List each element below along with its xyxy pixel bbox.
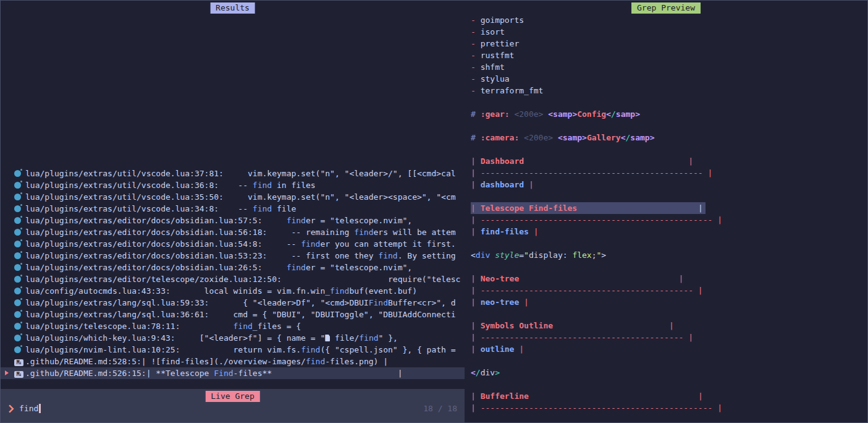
preview-line: | Symbols Outline | [471,320,867,331]
text-segment: div [476,250,495,260]
text-segment: | [669,321,674,330]
text-segment: | [679,274,684,283]
text-segment: # [471,133,481,142]
text-segment: div [481,368,495,377]
selection-caret-icon [5,370,9,375]
result-row[interactable]: lua/plugins/which-key.lua:9:43: ["<leade… [1,332,465,344]
text-segment: :gear: [481,109,515,119]
text-segment: | [529,227,539,236]
text-segment: | [471,321,481,330]
text-segment: - [471,62,481,72]
text-segment: goimports [481,15,524,25]
markdown-file-icon: M↓ [14,359,23,366]
text-segment: | --------------------------------------… [471,215,722,224]
result-row[interactable]: lua/plugins/extras/util/vscode.lua:35:50… [1,191,465,203]
search-input[interactable]: find 18 / 18 [6,403,457,414]
text-segment: Bufferline [481,391,529,401]
result-row[interactable]: lua/plugins/extras/editor/docs/obsidian.… [1,215,465,226]
text-segment: shfmt [481,62,505,72]
lua-file-icon [14,241,21,247]
preview-line: - isort [471,26,867,38]
lua-file-icon [14,170,21,177]
result-row[interactable]: lua/plugins/extras/util/vscode.lua:37:81… [1,168,465,179]
lua-file-icon [14,335,21,341]
text-segment: flex [572,250,591,260]
text-segment: = [519,250,524,260]
text-segment: _files = { [253,322,301,331]
text-segment: find [378,251,397,260]
text-segment: < [606,109,611,119]
preview-line: # :camera: <200e> <samp>Gallery</samp> [471,132,867,143]
text-segment: - [471,74,481,83]
preview-line: | find-files | [471,226,867,237]
result-row[interactable]: lua/config/autocmds.lua:43:33: local win… [1,285,465,297]
text-segment: lua/plugins/extras/lang/sql.lua:36:61: c… [25,310,456,319]
result-row[interactable]: lua/plugins/nvim-lint.lua:10:25: return … [1,344,465,356]
text-segment: # [471,109,481,119]
result-row[interactable]: lua/plugins/extras/editor/docs/obsidian.… [1,250,465,262]
result-row-selected[interactable]: M↓.github/README.md:526:15:| **Telescope… [1,367,465,379]
text-segment: Find [369,298,388,307]
result-row[interactable]: lua/plugins/extras/editor/docs/obsidian.… [1,262,465,273]
text-segment: find [253,204,272,213]
text-segment: Find [214,369,233,378]
text-segment: - [471,15,481,25]
result-row[interactable]: lua/plugins/extras/util/vscode.lua:34:8:… [1,203,465,215]
lua-file-icon [14,276,21,283]
results-list: lua/plugins/extras/util/vscode.lua:37:81… [1,168,465,379]
result-row[interactable]: lua/plugins/extras/util/vscode.lua:36:8:… [1,179,465,191]
text-segment: Neo-tree [481,274,520,283]
result-row[interactable]: M↓.github/README.md:528:5:| ![find-files… [1,356,465,367]
text-segment: file [272,204,296,213]
text-segment: lua/plugins/extras/editor/docs/obsidian.… [25,239,301,249]
text-segment: | [471,344,481,354]
text-segment: " [524,250,529,260]
result-row[interactable]: lua/plugins/extras/editor/docs/obsidian.… [1,226,465,238]
text-segment: | [471,156,481,166]
lua-file-icon [14,229,21,236]
text-cursor [39,404,41,413]
text-segment: lua/plugins/nvim-lint.lua:10:25: return … [25,345,301,354]
preview-line: | neo-tree | [471,296,867,308]
text-segment: lua/plugins/extras/util/vscode.lua:34:8:… [25,204,253,213]
preview-line-highlighted: | Telescope Find-files | [471,202,867,214]
telescope-live-grep-window: { "colors": { "background": "#1f2133", "… [0,0,868,423]
text-segment: . By setting [398,251,456,260]
text-segment: < [471,368,476,377]
text-segment: ; [592,250,597,260]
preview-line [471,308,867,320]
text-segment: <samp> [548,109,577,119]
preview-line [471,143,867,155]
text-segment: | [471,297,481,307]
result-row[interactable]: lua/plugins/extras/editor/telescope/zoxi… [1,273,465,285]
result-row[interactable]: lua/plugins/extras/lang/sql.lua:36:61: c… [1,309,465,320]
text-segment: lua/plugins/extras/util/vscode.lua:35:50… [25,192,456,202]
text-segment: lua/plugins/extras/editor/docs/obsidian.… [25,228,354,237]
preview-line [471,355,867,367]
text-segment: | [524,180,534,189]
text-segment: prettier [481,39,520,48]
result-row[interactable]: lua/plugins/extras/editor/docs/obsidian.… [1,238,465,250]
text-segment: | --------------------------------------… [471,286,703,295]
preview-line: | --------------------------------------… [471,284,867,296]
result-row[interactable]: lua/plugins/extras/lang/sql.lua:59:33: {… [1,297,465,309]
preview-line: - rustfmt [471,49,867,61]
result-row[interactable]: lua/plugins/telescope.lua:78:11: find_fi… [1,320,465,332]
text-segment [524,156,688,166]
text-segment: ers will be attem [374,228,456,237]
text-segment: - [471,86,481,95]
text-segment: - [471,39,481,48]
grep-preview-panel: Grep Preview - goimports- isort- prettie… [465,1,867,422]
text-segment: lua/plugins/extras/lang/sql.lua:59:33: {… [25,298,369,307]
text-segment: display: [529,250,572,260]
text-segment: | --------------------------------------… [471,403,722,412]
preview-line [471,190,867,202]
preview-line: | dashboard | [471,179,867,190]
preview-line: - goimports [471,14,867,26]
results-title-badge: Results [210,2,255,14]
grep-preview-title-badge: Grep Preview [631,2,701,14]
lua-file-icon [14,217,21,224]
text-segment: rustfmt [481,51,515,60]
text-segment: find [354,228,373,237]
file-icon [325,335,330,341]
